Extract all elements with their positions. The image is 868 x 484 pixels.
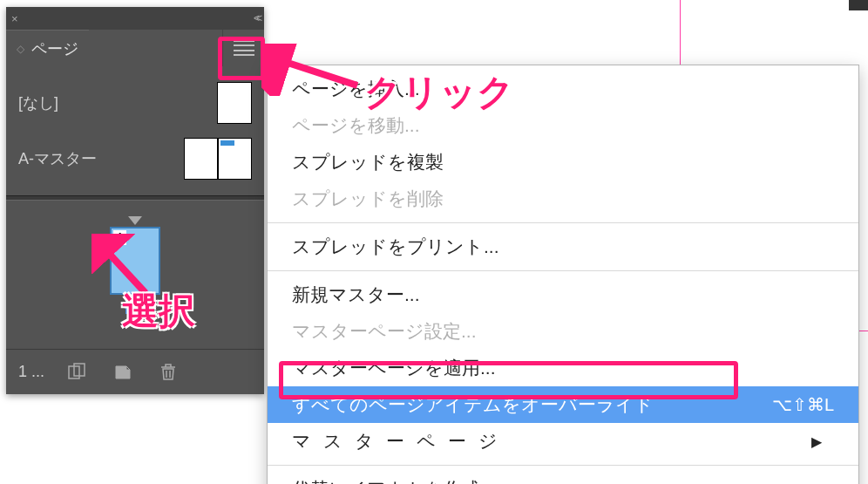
submenu-arrow-icon: ▶	[811, 433, 834, 450]
menu-item-label: 代替レイアウトを作成...	[292, 477, 496, 484]
menu-item-label: すべてのページアイテムをオーバーライド	[292, 392, 654, 417]
master-none-row[interactable]: [なし]	[6, 75, 264, 131]
panel-footer: 1 ...	[6, 349, 264, 394]
drag-handle-icon: ◇	[17, 43, 24, 55]
menu-shortcut: ⌥⇧⌘L	[772, 394, 834, 415]
menu-item[interactable]: スプレッドを複製	[268, 144, 858, 181]
page-1-wrap[interactable]: A 1	[110, 216, 160, 314]
menu-separator	[268, 222, 858, 223]
master-a-thumb	[184, 138, 252, 180]
menu-item[interactable]: マスターページ▶	[268, 423, 858, 460]
page-1-thumb[interactable]: A	[110, 227, 160, 295]
menu-item: マスターページ設定...	[268, 313, 858, 350]
menu-item: ページを移動...	[268, 107, 858, 144]
menu-item[interactable]: スプレッドをプリント...	[268, 228, 858, 265]
close-icon[interactable]: ×	[11, 12, 18, 25]
menu-separator	[268, 465, 858, 466]
master-none-thumb	[217, 82, 252, 124]
flyout-menu: ページを挿入...ページを移動...スプレッドを複製スプレッドを削除 スプレッド…	[267, 65, 859, 484]
menu-item-label: マスターページ	[292, 429, 510, 453]
section-start-icon	[128, 216, 142, 225]
menu-item-label: マスターページを適用...	[292, 356, 496, 380]
flyout-menu-button[interactable]	[222, 30, 264, 66]
menu-item[interactable]: 新規マスター...	[268, 276, 858, 313]
page-number: 1	[125, 298, 145, 314]
menu-item[interactable]: 代替レイアウトを作成...	[268, 471, 858, 484]
menu-item[interactable]: マスターページを適用...	[268, 350, 858, 386]
hamburger-icon	[234, 40, 254, 56]
menu-separator	[268, 270, 858, 271]
menu-item[interactable]: ページを挿入...	[268, 71, 858, 107]
menu-item-label: ページを移動...	[292, 113, 420, 138]
menu-item-label: スプレッドをプリント...	[292, 235, 499, 259]
new-page-icon[interactable]	[111, 361, 135, 384]
master-label: [なし]	[18, 92, 207, 113]
pages-panel: × << ◇ ページ [なし] A-マスター	[6, 7, 264, 394]
page-size-icon[interactable]	[65, 361, 90, 384]
master-a-row[interactable]: A-マスター	[6, 131, 264, 187]
pages-section: A 1	[6, 201, 264, 349]
page-count: 1 ...	[18, 363, 44, 381]
menu-item-label: マスターページ設定...	[292, 319, 477, 344]
master-indicator: A	[113, 230, 126, 245]
master-label: A-マスター	[18, 148, 173, 169]
collapse-icon[interactable]: <<	[254, 12, 259, 24]
menu-item-label: ページを挿入...	[292, 77, 420, 101]
tab-label: ページ	[31, 38, 78, 59]
menu-item-label: スプレッドを複製	[292, 150, 444, 174]
panel-header: × <<	[6, 7, 264, 30]
menu-item[interactable]: すべてのページアイテムをオーバーライド⌥⇧⌘L	[268, 386, 858, 423]
panel-tabs: ◇ ページ	[6, 30, 264, 66]
menu-item-label: スプレッドを削除	[292, 187, 444, 211]
trash-icon[interactable]	[156, 361, 180, 384]
tab-pages[interactable]: ◇ ページ	[6, 30, 89, 66]
menu-item: スプレッドを削除	[268, 181, 858, 217]
menu-item-label: 新規マスター...	[292, 283, 420, 307]
masters-section: [なし] A-マスター	[6, 66, 264, 195]
